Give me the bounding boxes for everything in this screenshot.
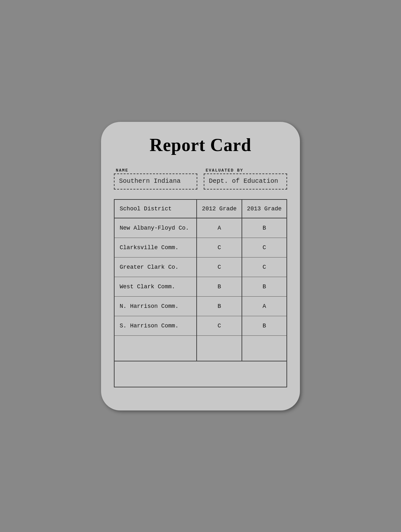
grade2013-cell: B — [242, 277, 286, 296]
grade2013-cell: C — [242, 238, 286, 257]
grade2012-cell: B — [197, 296, 242, 316]
grade2012-cell: C — [197, 238, 242, 257]
name-field-group: NAME Southern Indiana — [114, 168, 197, 190]
grade2013-cell: B — [242, 316, 286, 335]
evaluated-label: EVALUATED BY — [204, 168, 287, 173]
district-cell: West Clark Comm. — [115, 277, 197, 296]
grade2012-cell: C — [197, 257, 242, 277]
evaluated-field-group: EVALUATED BY Dept. of Education — [204, 168, 287, 190]
fields-row: NAME Southern Indiana EVALUATED BY Dept.… — [114, 168, 287, 190]
grade2013-cell: B — [242, 218, 286, 238]
district-cell: Clarksville Comm. — [115, 238, 197, 257]
district-cell: S. Harrison Comm. — [115, 316, 197, 335]
district-cell: New Albany-Floyd Co. — [115, 218, 197, 238]
grades-table-container: School District 2012 Grade 2013 Grade Ne… — [114, 199, 287, 388]
grade2013-cell: C — [242, 257, 286, 277]
grade2013-cell: A — [242, 296, 286, 316]
table-header-row: School District 2012 Grade 2013 Grade — [115, 200, 286, 218]
district-cell: Greater Clark Co. — [115, 257, 197, 277]
col-header-2012: 2012 Grade — [197, 200, 242, 218]
report-card-title: Report Card — [149, 135, 251, 155]
col-header-2013: 2013 Grade — [242, 200, 286, 218]
grade2012-cell: B — [197, 277, 242, 296]
district-cell: N. Harrison Comm. — [115, 296, 197, 316]
grade2012-cell: A — [197, 218, 242, 238]
evaluated-value: Dept. of Education — [204, 173, 287, 190]
table-row: West Clark Comm.BB — [115, 277, 286, 296]
grade2012-cell: C — [197, 316, 242, 335]
table-row: S. Harrison Comm.CB — [115, 316, 286, 335]
empty-row — [115, 335, 286, 361]
table-row: New Albany-Floyd Co.AB — [115, 218, 286, 238]
name-label: NAME — [114, 168, 197, 173]
name-value: Southern Indiana — [114, 173, 197, 190]
table-row: Clarksville Comm.CC — [115, 238, 286, 257]
footer-row — [115, 361, 286, 387]
report-card: Report Card NAME Southern Indiana EVALUA… — [101, 122, 300, 410]
table-row: N. Harrison Comm.BA — [115, 296, 286, 316]
col-header-district: School District — [115, 200, 197, 218]
grades-table: School District 2012 Grade 2013 Grade Ne… — [115, 200, 286, 387]
table-row: Greater Clark Co.CC — [115, 257, 286, 277]
